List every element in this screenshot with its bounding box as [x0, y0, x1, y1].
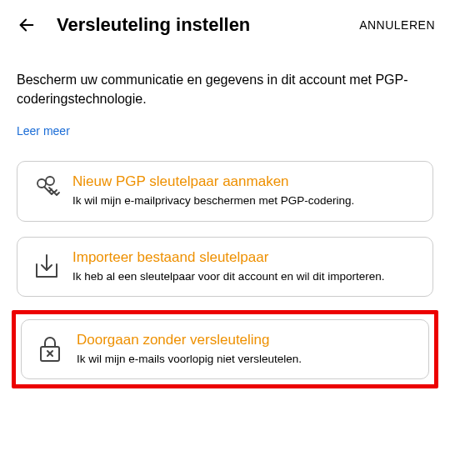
- option-body: Doorgaan zonder versleuteling Ik wil mij…: [77, 332, 413, 367]
- option-title: Importeer bestaand sleutelpaar: [72, 249, 418, 266]
- intro-text: Bescherm uw communicatie en gegevens in …: [17, 70, 433, 108]
- option-desc: Ik wil mijn e-mails voorlopig niet versl…: [77, 352, 413, 367]
- option-title: Doorgaan zonder versleuteling: [77, 332, 413, 348]
- option-create-keypair[interactable]: Nieuw PGP sleutelpaar aanmaken Ik wil mi…: [17, 161, 433, 221]
- content: Bescherm uw communicatie en gegevens in …: [0, 47, 450, 388]
- keys-icon: [32, 174, 72, 208]
- page-title: Versleuteling instellen: [57, 14, 359, 36]
- header: Versleuteling instellen ANNULEREN: [0, 0, 450, 47]
- svg-point-2: [46, 177, 54, 185]
- option-body: Importeer bestaand sleutelpaar Ik heb al…: [72, 249, 418, 284]
- option-body: Nieuw PGP sleutelpaar aanmaken Ik wil mi…: [72, 173, 418, 208]
- import-icon: [32, 253, 72, 281]
- option-continue-without-encryption[interactable]: Doorgaan zonder versleuteling Ik wil mij…: [21, 319, 429, 379]
- lock-x-icon: [37, 335, 77, 363]
- back-button[interactable]: [15, 13, 38, 37]
- option-title: Nieuw PGP sleutelpaar aanmaken: [72, 173, 418, 190]
- learn-more-link[interactable]: Leer meer: [17, 124, 70, 138]
- option-import-keypair[interactable]: Importeer bestaand sleutelpaar Ik heb al…: [17, 237, 433, 297]
- highlighted-option-frame: Doorgaan zonder versleuteling Ik wil mij…: [12, 310, 438, 388]
- cancel-button[interactable]: ANNULEREN: [359, 18, 435, 32]
- option-desc: Ik wil mijn e-mailprivacy beschermen met…: [72, 193, 418, 208]
- back-arrow-icon: [18, 16, 36, 34]
- option-desc: Ik heb al een sleutelpaar voor dit accou…: [72, 269, 418, 284]
